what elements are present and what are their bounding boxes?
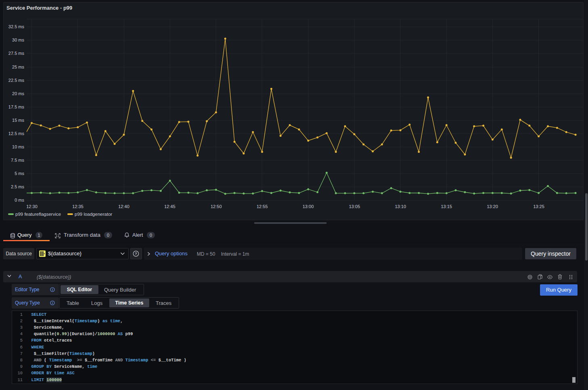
svg-text:?: ? — [135, 252, 137, 256]
